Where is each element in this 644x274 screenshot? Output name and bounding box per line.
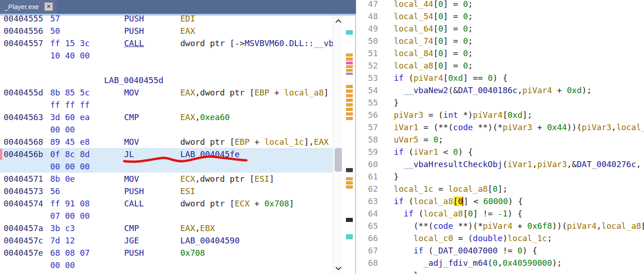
- panel-divider[interactable]: [355, 0, 356, 274]
- listing-scrollbar[interactable]: [333, 16, 343, 274]
- overview-marker[interactable]: [346, 112, 353, 116]
- listing-row[interactable]: 0040455650PUSHEAX: [0, 25, 333, 37]
- listing-row[interactable]: 0040456889 45 e8MOVdword ptr [EBP + loca…: [0, 136, 333, 148]
- decompiler-line[interactable]: 61 }: [356, 170, 644, 183]
- listing-row[interactable]: 00404557ff 15 3cCALLdword ptr [->MSVBVM6…: [0, 37, 333, 49]
- overview-marker[interactable]: [346, 65, 353, 68]
- overview-marker[interactable]: [346, 168, 353, 172]
- overview-marker[interactable]: [346, 185, 353, 189]
- listing-row[interactable]: 00 00 00: [0, 160, 333, 173]
- decompiler-line[interactable]: 66 local_c0 = (double)local_1c;: [356, 232, 644, 244]
- code-text: local_1c = local_a8[0];: [384, 184, 508, 194]
- listing-row[interactable]: 004045633d 60 eaCMPEAX,0xea60: [0, 111, 333, 123]
- overview-marker[interactable]: [346, 73, 353, 75]
- listing-row[interactable]: 0040457356PUSHESI: [0, 185, 333, 197]
- overview-marker[interactable]: [346, 90, 353, 93]
- listing-row[interactable]: 10 40 00: [0, 49, 333, 62]
- decompiler-line[interactable]: 68 _adj_fdiv_m64(0,0x40590000);: [356, 257, 644, 269]
- operands: DAT_004025a8: [180, 271, 333, 274]
- decompiler-line[interactable]: 60 __vbaHresultCheckObj(iVar1,piVar3,&DA…: [356, 158, 644, 170]
- instruction-bytes: 50: [50, 25, 60, 37]
- overview-marker[interactable]: [346, 58, 353, 61]
- listing-row[interactable]: 0040457c7d 12JGELAB_00404590: [0, 234, 333, 247]
- decompiler-line[interactable]: 57 iVar1 = (**(code **)(*piVar3 + 0x44))…: [356, 121, 644, 133]
- mnemonic: MOV: [124, 173, 139, 185]
- decompiler-line[interactable]: 56 piVar3 = (int *)piVar4[0xd];: [356, 109, 644, 121]
- decompiler-line[interactable]: 53 if (piVar4[0xd] == 0) {: [356, 72, 644, 84]
- operands: dword ptr [EBP + local_1c],EAX: [180, 136, 333, 148]
- decompiler-line[interactable]: 48 local_54[0] = 0;: [356, 10, 644, 22]
- disassembly-listing[interactable]: 0040455557PUSHEDI0040455650PUSHEAX004045…: [0, 12, 333, 274]
- overview-marker[interactable]: [346, 85, 353, 88]
- overview-marker[interactable]: [346, 62, 353, 64]
- decompiler-line[interactable]: 51 local_84[0] = 0;: [356, 47, 644, 59]
- listing-row[interactable]: ff ff ff: [0, 99, 333, 111]
- overview-marker[interactable]: [346, 234, 353, 239]
- overview-marker[interactable]: [346, 53, 353, 57]
- instruction-bytes: 10 40 00: [50, 49, 90, 62]
- code-text: if (local_a8[0] < 60000) {: [384, 196, 523, 206]
- mnemonic: MOV: [124, 86, 139, 99]
- decompiler-line[interactable]: 65 (**(code **)(*piVar4 + 0x6f8))(piVar4…: [356, 220, 644, 232]
- address: 0040457e: [4, 247, 43, 259]
- instruction-bytes: ff 91 08: [50, 197, 90, 210]
- overview-marker[interactable]: [346, 103, 353, 106]
- address: 00404573: [4, 185, 43, 197]
- listing-row[interactable]: 0040456b0f 8c 8dJLLAB_004045fe: [0, 148, 333, 160]
- decompiler-line[interactable]: 59 if (iVar1 < 0) {: [356, 146, 644, 158]
- decompiler-line[interactable]: 67 if (_DAT_00407000 != 0) {: [356, 244, 644, 257]
- code-text: }: [384, 98, 399, 107]
- overview-marker[interactable]: [346, 108, 353, 111]
- decompiler-line[interactable]: 54 __vbaNew2(&DAT_0040186c,piVar4 + 0xd)…: [356, 84, 644, 96]
- listing-row[interactable]: 0040457a3b c3CMPEAX,EBX: [0, 222, 333, 234]
- decompiler-line[interactable]: 50 local_74[0] = 0;: [356, 35, 644, 47]
- line-number: 51: [356, 47, 378, 59]
- line-number: 47: [356, 0, 378, 10]
- listing-row[interactable]: 00404574ff 91 08CALLdword ptr [ECX + 0x7…: [0, 197, 333, 210]
- listing-row[interactable]: 0040458368 a8 25PUSHDAT_004025a8: [0, 271, 333, 274]
- overview-marker[interactable]: [346, 218, 353, 222]
- overview-marker[interactable]: [346, 117, 353, 120]
- code-text: }: [384, 172, 399, 181]
- decompiler-line[interactable]: 47 local_44[0] = 0;: [356, 0, 644, 10]
- overview-marker[interactable]: [346, 69, 353, 72]
- operands: EAX,EBX: [180, 222, 333, 234]
- operands: EAX,dword ptr [EBP + local_a8]: [180, 86, 333, 99]
- overview-marker[interactable]: [346, 177, 353, 180]
- address: 00404563: [4, 111, 43, 123]
- decompiler-code[interactable]: 47 local_44[0] = 0;48 local_54[0] = 0;49…: [356, 0, 644, 274]
- decompiler-line[interactable]: 64 if (local_a8[0] != -1) {: [356, 207, 644, 220]
- decompiler-line[interactable]: 63 if (local_a8[0] < 60000) {: [356, 195, 644, 207]
- overview-marker[interactable]: [346, 30, 353, 35]
- decompiler-line[interactable]: 58 uVar5 = 0;: [356, 133, 644, 146]
- listing-row[interactable]: 00 00: [0, 123, 333, 136]
- decompiler-line[interactable]: 55 }: [356, 96, 644, 109]
- mnemonic: CMP: [124, 222, 139, 234]
- instruction-bytes: 3b c3: [50, 222, 75, 234]
- listing-row[interactable]: 0040457e68 08 07PUSH0x708: [0, 247, 333, 259]
- listing-label-row[interactable]: LAB_0040455d: [0, 74, 333, 86]
- code-text: if (iVar1 < 0) {: [384, 147, 473, 157]
- mnemonic: PUSH: [124, 247, 144, 259]
- scrollbar-track[interactable]: [334, 26, 342, 263]
- scroll-up-button[interactable]: [333, 16, 343, 26]
- listing-blank-row[interactable]: [0, 62, 333, 74]
- code-text: local_54[0] = 0;: [384, 11, 473, 21]
- overview-marker[interactable]: [346, 94, 353, 97]
- decompiler-line[interactable]: 62 local_1c = local_a8[0];: [356, 183, 644, 195]
- listing-row[interactable]: 0040455d8b 85 5cMOVEAX,dword ptr [EBP + …: [0, 86, 333, 99]
- decompiler-line[interactable]: 52 local_a8[0] = 0;: [356, 59, 644, 72]
- decompiler-panel: 47 local_44[0] = 0;48 local_54[0] = 0;49…: [356, 0, 644, 274]
- decompiler-line[interactable]: }: [356, 269, 644, 274]
- listing-row[interactable]: 00 00: [0, 259, 333, 271]
- listing-row[interactable]: 004045718b 0eMOVECX,dword ptr [ESI]: [0, 173, 333, 185]
- decompiler-line[interactable]: 49 local_64[0] = 0;: [356, 22, 644, 35]
- mnemonic: PUSH: [124, 271, 144, 274]
- overview-marker[interactable]: [346, 181, 353, 184]
- close-icon[interactable]: ✕: [44, 2, 53, 11]
- scroll-down-button[interactable]: [333, 264, 343, 273]
- overview-marker[interactable]: [346, 99, 353, 102]
- scrollbar-thumb[interactable]: [335, 148, 342, 172]
- tab-player-exe[interactable]: _Player.exe ✕: [0, 0, 57, 14]
- listing-row[interactable]: 07 00 00: [0, 210, 333, 222]
